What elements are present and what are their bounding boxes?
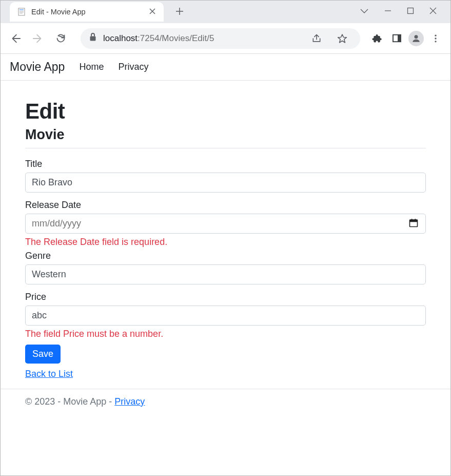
back-to-list-link[interactable]: Back to List <box>25 369 73 379</box>
footer-text: © 2023 - Movie App - <box>25 396 114 407</box>
url-path: :7254/Movies/Edit/5 <box>138 33 214 43</box>
app-viewport: Movie App Home Privacy Edit Movie Title … <box>1 54 450 414</box>
svg-rect-4 <box>18 8 25 15</box>
save-button[interactable]: Save <box>25 345 61 364</box>
svg-point-19 <box>435 41 436 42</box>
footer: © 2023 - Movie App - Privacy <box>1 389 450 414</box>
url-text: localhost:7254/Movies/Edit/5 <box>103 33 214 44</box>
share-icon[interactable] <box>307 29 326 48</box>
svg-point-16 <box>415 35 418 39</box>
title-input[interactable] <box>25 173 426 193</box>
tab-title: Edit - Movie App <box>31 8 143 16</box>
svg-point-18 <box>435 37 436 39</box>
page-title: Edit <box>25 99 426 124</box>
svg-rect-13 <box>90 36 96 41</box>
minimize-icon[interactable] <box>384 7 391 16</box>
svg-point-17 <box>435 34 436 36</box>
browser-tab-active[interactable]: Edit - Movie App <box>10 2 164 22</box>
profile-button[interactable] <box>406 29 426 48</box>
caret-down-icon[interactable] <box>360 7 369 16</box>
release-date-input[interactable] <box>25 214 426 234</box>
back-button[interactable] <box>6 29 25 48</box>
nav-link-home[interactable]: Home <box>79 62 104 72</box>
release-date-label: Release Date <box>25 200 426 211</box>
sidepanel-icon[interactable] <box>387 29 406 48</box>
close-window-icon[interactable] <box>429 7 437 16</box>
price-input[interactable] <box>25 306 426 326</box>
genre-input[interactable] <box>25 264 426 284</box>
reload-button[interactable] <box>51 29 70 48</box>
browser-chrome: Edit - Movie App localhost:7254/Movies/E… <box>1 1 450 54</box>
app-navbar: Movie App Home Privacy <box>1 54 450 81</box>
maximize-icon[interactable] <box>407 7 414 16</box>
address-bar[interactable]: localhost:7254/Movies/Edit/5 <box>81 28 360 49</box>
close-tab-icon[interactable] <box>148 6 156 17</box>
bookmark-star-icon[interactable] <box>332 29 352 48</box>
divider <box>25 148 426 148</box>
kebab-menu-icon[interactable] <box>426 29 445 48</box>
svg-rect-15 <box>398 35 401 42</box>
window-controls <box>345 0 451 24</box>
title-label: Title <box>25 159 426 169</box>
nav-link-privacy[interactable]: Privacy <box>118 62 148 72</box>
new-tab-button[interactable] <box>173 5 186 18</box>
avatar-icon <box>408 31 424 46</box>
url-host: localhost <box>103 33 138 43</box>
brand-text[interactable]: Movie App <box>10 60 65 74</box>
forward-button[interactable] <box>28 29 48 48</box>
genre-label: Genre <box>25 251 426 261</box>
footer-privacy-link[interactable]: Privacy <box>114 396 145 407</box>
extensions-icon[interactable] <box>367 29 387 48</box>
favicon-icon <box>17 7 26 16</box>
lock-icon <box>89 32 97 44</box>
page-subtitle: Movie <box>25 127 426 143</box>
svg-rect-1 <box>408 8 414 14</box>
price-label: Price <box>25 292 426 302</box>
price-error: The field Price must be a number. <box>25 329 426 339</box>
browser-toolbar: localhost:7254/Movies/Edit/5 <box>1 23 450 54</box>
page-container: Edit Movie Title Release Date The Releas… <box>1 81 450 383</box>
